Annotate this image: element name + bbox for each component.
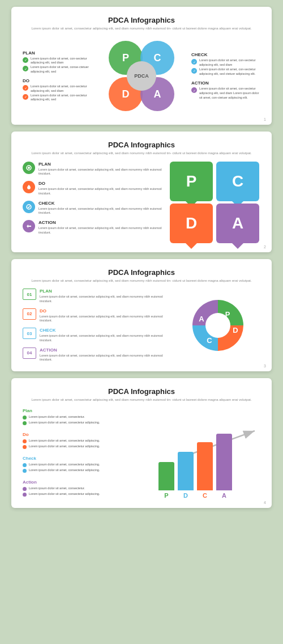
slide-2-num: 2 [264, 245, 266, 249]
s1-left-panel: PLAN Lorem ipsum dolor sit amet, con-sec… [23, 50, 92, 103]
s2-do-item: DO Lorem ipsum dolor sit amet, consectet… [23, 181, 163, 196]
slide-1-subtitle: Lorem ipsum dolor sit amet, consectetur … [23, 26, 260, 31]
s4-action-dot-1 [23, 487, 27, 491]
s1-check-text-2: Lorem ipsum dolor sit amet, con-sectetur… [199, 67, 260, 76]
s3-check-item: 03 CHECK Lorem ipsum dolor sit amet, con… [23, 328, 166, 342]
slide-2-content: PLAN Lorem ipsum dolor sit amet, consect… [23, 162, 260, 243]
s1-plan-text-2: Lorem ipsum dolor sit amet, conse-ctetue… [31, 65, 92, 74]
s1-do-section: DO Lorem ipsum dolor sit amet, con-secte… [23, 78, 92, 102]
s4-action-section: Action Lorem ipsum dolor sit amet, conse… [23, 480, 153, 498]
s1-action-section: ACTION Lorem ipsum dolor sit amet, con-s… [191, 80, 260, 100]
s4-do-bullet-2: Lorem ipsum dolor sit amet, consectetur … [23, 444, 153, 449]
s1-plan-item-2: Lorem ipsum dolor sit amet, conse-ctetue… [23, 65, 92, 74]
s1-check-section: CHECK Lorem ipsum dolor sit amet, con-se… [191, 52, 260, 76]
s4-check-bullet-2: Lorem ipsum dolor sit amet, consectetur … [23, 468, 153, 473]
s3-donut-chart: P D C A [181, 289, 255, 362]
s3-action-text: Lorem ipsum dolor sit amet, consectetur … [40, 354, 166, 362]
s3-check-text: Lorem ipsum dolor sit amet, consectetur … [40, 334, 166, 342]
s2-do-title: DO [38, 181, 163, 186]
venn-center-label: PDCA [127, 61, 156, 91]
slide-4-content: Plan Lorem ipsum dolor sit amet, consect… [23, 408, 260, 499]
s1-check-check-2 [191, 68, 197, 74]
s2-check-text: Lorem ipsum dolor sit amet, consectetur … [38, 207, 163, 215]
s2-plan-text: Lorem ipsum dolor sit amet, consectetur … [38, 168, 163, 176]
s1-check-text-1: Lorem ipsum dolor sit amet, con-sectetur… [199, 58, 260, 67]
s2-action-content: ACTION Lorem ipsum dolor sit amet, conse… [38, 220, 163, 235]
slide-2-subtitle: Lorem ipsum dolor sit amet, consectetur … [23, 151, 260, 155]
s2-check-title: CHECK [38, 201, 163, 206]
s4-bar-p-label: P [164, 492, 168, 499]
s4-bar-a-group: A [216, 434, 232, 499]
s4-bar-a-label: A [222, 492, 226, 499]
s2-action-icon [23, 220, 35, 232]
s1-do-text-1: Lorem ipsum dolor sit amet, con-sectetur… [31, 84, 92, 93]
s1-check-title: CHECK [191, 52, 260, 57]
s4-bar-a [216, 434, 232, 490]
s2-right-panel: P C D A [170, 162, 260, 243]
s4-chart-area: P D C A [158, 425, 260, 499]
s4-bar-d [178, 452, 194, 490]
s4-plan-dot-2 [23, 421, 27, 425]
s2-action-title: ACTION [38, 220, 163, 225]
s2-check-content: CHECK Lorem ipsum dolor sit amet, consec… [38, 201, 163, 215]
s3-do-text: Lorem ipsum dolor sit amet, consectetur … [40, 315, 166, 323]
s3-left-panel: 01 PLAN Lorem ipsum dolor sit amet, cons… [23, 289, 166, 362]
s1-action-text-1: Lorem ipsum dolor sit amet, con-sectetur… [199, 87, 260, 100]
s4-action-bullet-2: Lorem ipsum dolor sit amet, consectetur … [23, 492, 153, 497]
slide-4-subtitle: Lorem ipsum dolor sit amet, consectetur … [23, 397, 260, 402]
s1-plan-title: PLAN [23, 50, 92, 56]
s1-action-title: ACTION [191, 80, 260, 86]
s1-plan-check-2 [23, 66, 28, 71]
s3-action-title: ACTION [40, 348, 166, 353]
s1-action-check-1 [191, 87, 197, 93]
slide-4: PDCA Infographics Lorem ipsum dolor sit … [11, 378, 272, 507]
s4-check-section: Check Lorem ipsum dolor sit amet, consec… [23, 456, 153, 474]
s2-plan-title: PLAN [38, 162, 163, 167]
s4-left-panel: Plan Lorem ipsum dolor sit amet, consect… [23, 408, 153, 499]
s1-right-panel: CHECK Lorem ipsum dolor sit amet, con-se… [191, 52, 260, 100]
s3-action-item: 04 ACTION Lorem ipsum dolor sit amet, co… [23, 348, 166, 362]
s1-plan-check-1 [23, 57, 28, 63]
s4-bar-d-group: D [178, 452, 194, 499]
s3-plan-item: 01 PLAN Lorem ipsum dolor sit amet, cons… [23, 289, 166, 303]
s4-do-text-2: Lorem ipsum dolor sit amet, consectetur … [29, 444, 100, 449]
s4-do-section-title: Do [23, 432, 153, 437]
slide-4-title: PDCA Infographics [23, 387, 260, 396]
s2-action-text: Lorem ipsum dolor sit amet, consectetur … [38, 226, 163, 235]
s1-do-title: DO [23, 78, 92, 83]
s2-box-a: A [216, 204, 259, 243]
s2-check-item: CHECK Lorem ipsum dolor sit amet, consec… [23, 201, 163, 215]
s3-do-item: 02 DO Lorem ipsum dolor sit amet, consec… [23, 308, 166, 323]
s2-do-content: DO Lorem ipsum dolor sit amet, consectet… [38, 181, 163, 196]
s3-check-content: CHECK Lorem ipsum dolor sit amet, consec… [40, 328, 166, 342]
s1-do-check-2 [23, 94, 28, 100]
s2-action-item: ACTION Lorem ipsum dolor sit amet, conse… [23, 220, 163, 235]
s1-venn-diagram: P C D A PDCA [96, 36, 187, 116]
slide-1-num: 1 [264, 117, 266, 121]
s2-box-c: C [216, 162, 259, 201]
s4-check-dot-1 [23, 463, 27, 467]
slide-1-content: PLAN Lorem ipsum dolor sit amet, con-sec… [23, 36, 260, 116]
slide-3-subtitle: Lorem ipsum dolor sit amet, consectetur … [23, 278, 260, 283]
s1-action-item-1: Lorem ipsum dolor sit amet, con-sectetur… [191, 87, 260, 100]
s3-do-num: 02 [23, 308, 36, 320]
slide-3-num: 3 [264, 364, 266, 368]
svg-text:A: A [199, 315, 204, 323]
s4-bar-c-group: C [197, 442, 213, 499]
s3-plan-content: PLAN Lorem ipsum dolor sit amet, consect… [40, 289, 166, 303]
s2-left-panel: PLAN Lorem ipsum dolor sit amet, consect… [23, 162, 163, 235]
s3-do-content: DO Lorem ipsum dolor sit amet, consectet… [40, 308, 166, 323]
s3-check-num: 03 [23, 328, 36, 339]
slide-4-num: 4 [264, 501, 266, 505]
s2-plan-content: PLAN Lorem ipsum dolor sit amet, consect… [38, 162, 163, 176]
s4-bar-d-label: D [183, 492, 188, 499]
s4-bar-c [197, 442, 213, 490]
slide-1: PDCA Infographics Lorem ipsum dolor sit … [11, 7, 272, 125]
s4-do-text-1: Lorem ipsum dolor sit amet, consectetur … [29, 439, 100, 443]
s4-do-dot-1 [23, 439, 27, 443]
svg-text:D: D [233, 326, 238, 334]
s3-action-content: ACTION Lorem ipsum dolor sit amet, conse… [40, 348, 166, 362]
s4-do-bullet-1: Lorem ipsum dolor sit amet, consectetur … [23, 439, 153, 443]
s4-bar-c-label: C [203, 492, 207, 499]
s2-check-icon [23, 201, 35, 213]
